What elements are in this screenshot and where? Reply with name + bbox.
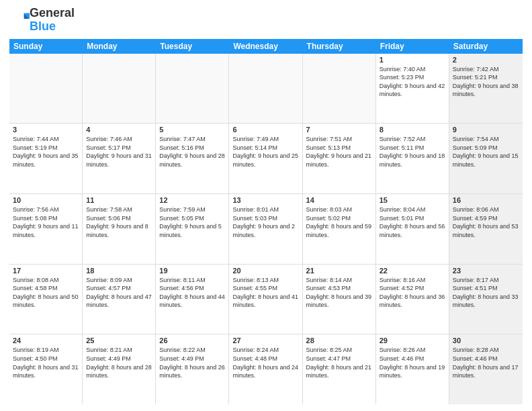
- day-info: Sunrise: 8:11 AM Sunset: 4:56 PM Dayligh…: [159, 276, 225, 310]
- day-info: Sunrise: 7:54 AM Sunset: 5:09 PM Dayligh…: [453, 135, 519, 169]
- day-info: Sunrise: 8:22 AM Sunset: 4:49 PM Dayligh…: [159, 346, 225, 379]
- calendar-cell: 14Sunrise: 8:03 AM Sunset: 5:02 PM Dayli…: [303, 194, 376, 264]
- day-number: 10: [13, 196, 79, 204]
- day-info: Sunrise: 7:42 AM Sunset: 5:21 PM Dayligh…: [453, 65, 519, 99]
- day-number: 26: [159, 336, 225, 345]
- day-info: Sunrise: 7:52 AM Sunset: 5:11 PM Dayligh…: [380, 135, 445, 169]
- day-number: 7: [306, 126, 372, 134]
- day-info: Sunrise: 8:25 AM Sunset: 4:47 PM Dayligh…: [306, 346, 372, 379]
- day-number: 28: [306, 336, 372, 345]
- calendar-row: 10Sunrise: 7:56 AM Sunset: 5:08 PM Dayli…: [9, 194, 523, 265]
- day-info: Sunrise: 8:13 AM Sunset: 4:55 PM Dayligh…: [232, 276, 298, 310]
- calendar-cell: 29Sunrise: 8:26 AM Sunset: 4:46 PM Dayli…: [376, 334, 449, 404]
- day-number: 17: [13, 267, 79, 275]
- day-info: Sunrise: 8:21 AM Sunset: 4:49 PM Dayligh…: [86, 346, 152, 379]
- day-number: 3: [13, 126, 79, 134]
- day-info: Sunrise: 8:14 AM Sunset: 4:53 PM Dayligh…: [306, 276, 372, 310]
- day-number: 14: [306, 196, 372, 204]
- weekday-header: Tuesday: [156, 39, 229, 54]
- day-info: Sunrise: 8:04 AM Sunset: 5:01 PM Dayligh…: [380, 205, 445, 239]
- calendar-cell: 16Sunrise: 8:06 AM Sunset: 4:59 PM Dayli…: [449, 194, 523, 264]
- calendar-row: 1Sunrise: 7:40 AM Sunset: 5:23 PM Daylig…: [9, 54, 523, 124]
- day-info: Sunrise: 8:06 AM Sunset: 4:59 PM Dayligh…: [453, 205, 519, 239]
- day-number: 13: [232, 196, 298, 204]
- calendar-cell: 3Sunrise: 7:44 AM Sunset: 5:19 PM Daylig…: [9, 124, 83, 193]
- calendar-cell: 4Sunrise: 7:46 AM Sunset: 5:17 PM Daylig…: [83, 124, 156, 193]
- day-number: 27: [232, 336, 298, 345]
- page: General Blue SundayMondayTuesdayWednesda…: [0, 0, 532, 411]
- calendar-cell: 23Sunrise: 8:17 AM Sunset: 4:51 PM Dayli…: [449, 265, 523, 334]
- calendar-cell: 18Sunrise: 8:09 AM Sunset: 4:57 PM Dayli…: [83, 265, 156, 334]
- day-info: Sunrise: 7:47 AM Sunset: 5:16 PM Dayligh…: [159, 135, 225, 169]
- day-info: Sunrise: 7:49 AM Sunset: 5:14 PM Dayligh…: [232, 135, 298, 169]
- calendar-row: 3Sunrise: 7:44 AM Sunset: 5:19 PM Daylig…: [9, 124, 523, 194]
- day-info: Sunrise: 8:16 AM Sunset: 4:52 PM Dayligh…: [380, 276, 445, 310]
- day-info: Sunrise: 7:56 AM Sunset: 5:08 PM Dayligh…: [13, 205, 79, 239]
- day-number: 19: [159, 267, 225, 275]
- calendar-cell: 1Sunrise: 7:40 AM Sunset: 5:23 PM Daylig…: [376, 54, 449, 124]
- day-info: Sunrise: 7:44 AM Sunset: 5:19 PM Dayligh…: [13, 135, 79, 169]
- calendar-cell: 25Sunrise: 8:21 AM Sunset: 4:49 PM Dayli…: [83, 334, 156, 404]
- day-number: 12: [159, 196, 225, 204]
- calendar-cell: 28Sunrise: 8:25 AM Sunset: 4:47 PM Dayli…: [303, 334, 376, 404]
- calendar-cell: 27Sunrise: 8:24 AM Sunset: 4:48 PM Dayli…: [229, 334, 302, 404]
- day-number: 25: [86, 336, 152, 345]
- calendar-cell: 20Sunrise: 8:13 AM Sunset: 4:55 PM Dayli…: [229, 265, 302, 334]
- calendar-cell: 9Sunrise: 7:54 AM Sunset: 5:09 PM Daylig…: [449, 124, 523, 193]
- calendar-header: SundayMondayTuesdayWednesdayThursdayFrid…: [9, 39, 523, 54]
- day-info: Sunrise: 8:03 AM Sunset: 5:02 PM Dayligh…: [306, 205, 372, 239]
- calendar-row: 24Sunrise: 8:19 AM Sunset: 4:50 PM Dayli…: [9, 334, 523, 404]
- day-number: 21: [306, 267, 372, 275]
- day-number: 18: [86, 267, 152, 275]
- day-info: Sunrise: 8:24 AM Sunset: 4:48 PM Dayligh…: [232, 346, 298, 379]
- day-info: Sunrise: 7:46 AM Sunset: 5:17 PM Dayligh…: [86, 135, 152, 169]
- calendar-cell: 24Sunrise: 8:19 AM Sunset: 4:50 PM Dayli…: [9, 334, 83, 404]
- calendar-cell: 13Sunrise: 8:01 AM Sunset: 5:03 PM Dayli…: [229, 194, 302, 264]
- calendar-cell: [303, 54, 376, 124]
- day-info: Sunrise: 8:01 AM Sunset: 5:03 PM Dayligh…: [232, 205, 298, 239]
- calendar-cell: 10Sunrise: 7:56 AM Sunset: 5:08 PM Dayli…: [9, 194, 83, 264]
- weekday-header: Monday: [83, 39, 156, 54]
- calendar-cell: 22Sunrise: 8:16 AM Sunset: 4:52 PM Dayli…: [376, 265, 449, 334]
- calendar-cell: [156, 54, 229, 124]
- day-number: 4: [86, 126, 152, 134]
- day-number: 11: [86, 196, 152, 204]
- calendar-cell: 2Sunrise: 7:42 AM Sunset: 5:21 PM Daylig…: [449, 54, 523, 124]
- logo: General Blue: [9, 7, 75, 34]
- calendar-cell: [9, 54, 83, 124]
- day-number: 20: [232, 267, 298, 275]
- day-info: Sunrise: 8:19 AM Sunset: 4:50 PM Dayligh…: [13, 346, 79, 379]
- weekday-header: Wednesday: [229, 39, 302, 54]
- logo-text: General Blue: [30, 7, 75, 34]
- calendar-body: 1Sunrise: 7:40 AM Sunset: 5:23 PM Daylig…: [9, 54, 523, 404]
- day-number: 2: [453, 56, 519, 64]
- weekday-header: Friday: [376, 39, 449, 54]
- day-number: 6: [232, 126, 298, 134]
- calendar-cell: 30Sunrise: 8:28 AM Sunset: 4:46 PM Dayli…: [449, 334, 523, 404]
- day-info: Sunrise: 8:09 AM Sunset: 4:57 PM Dayligh…: [86, 276, 152, 310]
- calendar-row: 17Sunrise: 8:08 AM Sunset: 4:58 PM Dayli…: [9, 265, 523, 335]
- calendar-cell: 7Sunrise: 7:51 AM Sunset: 5:13 PM Daylig…: [303, 124, 376, 193]
- calendar-cell: 15Sunrise: 8:04 AM Sunset: 5:01 PM Dayli…: [376, 194, 449, 264]
- day-number: 24: [13, 336, 79, 345]
- day-number: 1: [380, 56, 445, 64]
- day-number: 16: [453, 196, 519, 204]
- calendar-cell: 17Sunrise: 8:08 AM Sunset: 4:58 PM Dayli…: [9, 265, 83, 334]
- calendar-cell: 5Sunrise: 7:47 AM Sunset: 5:16 PM Daylig…: [156, 124, 229, 193]
- day-info: Sunrise: 8:28 AM Sunset: 4:46 PM Dayligh…: [453, 346, 519, 379]
- calendar-cell: 21Sunrise: 8:14 AM Sunset: 4:53 PM Dayli…: [303, 265, 376, 334]
- day-info: Sunrise: 8:17 AM Sunset: 4:51 PM Dayligh…: [453, 276, 519, 310]
- header: General Blue: [9, 7, 523, 34]
- calendar-cell: 19Sunrise: 8:11 AM Sunset: 4:56 PM Dayli…: [156, 265, 229, 334]
- weekday-header: Sunday: [9, 39, 83, 54]
- weekday-header: Thursday: [303, 39, 376, 54]
- day-info: Sunrise: 7:58 AM Sunset: 5:06 PM Dayligh…: [86, 205, 152, 239]
- day-number: 29: [380, 336, 445, 345]
- calendar-cell: 26Sunrise: 8:22 AM Sunset: 4:49 PM Dayli…: [156, 334, 229, 404]
- calendar-cell: 12Sunrise: 7:59 AM Sunset: 5:05 PM Dayli…: [156, 194, 229, 264]
- calendar-cell: [229, 54, 302, 124]
- day-number: 9: [453, 126, 519, 134]
- day-info: Sunrise: 8:08 AM Sunset: 4:58 PM Dayligh…: [13, 276, 79, 310]
- day-info: Sunrise: 8:26 AM Sunset: 4:46 PM Dayligh…: [380, 346, 445, 379]
- day-number: 8: [380, 126, 445, 134]
